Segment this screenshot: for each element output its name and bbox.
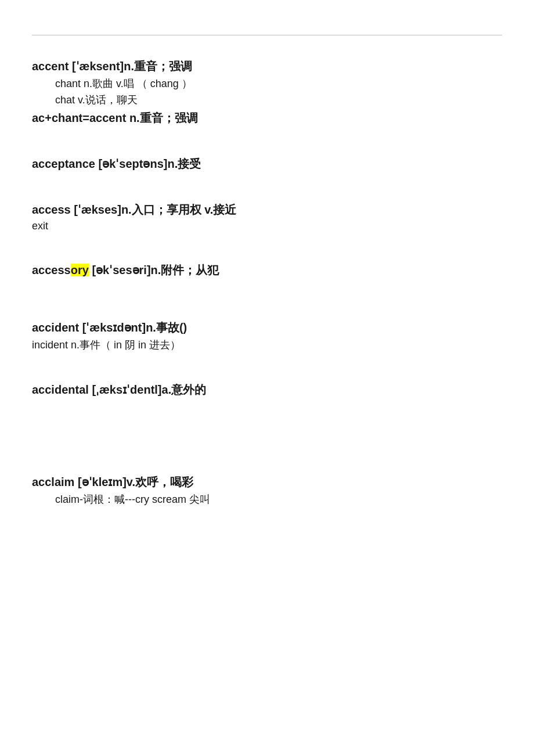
access-word: access (32, 203, 71, 216)
access-exit-line: exit (32, 220, 502, 232)
accidental-main-line: accidental [ˌæksɪˈdentl]a.意外的 (32, 382, 502, 398)
acclaim-word: acclaim (32, 476, 74, 488)
entry-accent: accent [ˈæksent]n.重音；强调 chant n.歌曲 v.唱 （… (32, 59, 502, 126)
accent-sub-chat: chat v.说话，聊天 (32, 93, 502, 107)
entry-acceptance: acceptance [əkˈseptəns]n.接受 (32, 156, 502, 172)
entry-accident: accident [ˈæksɪdənt]n.事故() incident n.事件… (32, 320, 502, 352)
accidental-definition: [ˌæksɪˈdentl]a.意外的 (89, 383, 206, 396)
entry-accessory: accessory [əkˈsesəri]n.附件；从犯 (32, 262, 502, 278)
top-divider (32, 35, 502, 35)
acclaim-sub-claim: claim-词根：喊---cry scream 尖叫 (32, 492, 502, 506)
accidental-word: accidental (32, 383, 89, 396)
accent-sub-chant: chant n.歌曲 v.唱 （ chang ） (32, 77, 502, 91)
accessory-main-line: accessory [əkˈsesəri]n.附件；从犯 (32, 262, 502, 278)
accident-main-line: accident [ˈæksɪdənt]n.事故() (32, 320, 502, 336)
accessory-highlight: ory (71, 264, 89, 276)
accent-formula-text: ac+chant=accent (32, 111, 126, 124)
entry-acclaim: acclaim [əˈkleɪm]v.欢呼，喝彩 claim-词根：喊---cr… (32, 474, 502, 506)
accident-definition: [ˈæksɪdənt]n.事故() (79, 321, 187, 334)
access-definition: [ˈækses]n.入口；享用权 v.接近 (71, 203, 237, 216)
accent-word: accent (32, 60, 68, 73)
accident-word: accident (32, 321, 79, 334)
acceptance-definition: [əkˈseptəns]n.接受 (95, 157, 201, 170)
accident-incident-line: incident n.事件（ in 阴 in 进去） (32, 338, 502, 352)
entry-accidental: accidental [ˌæksɪˈdentl]a.意外的 (32, 382, 502, 398)
entry-access: access [ˈækses]n.入口；享用权 v.接近 exit (32, 202, 502, 232)
access-main-line: access [ˈækses]n.入口；享用权 v.接近 (32, 202, 502, 218)
accent-formula: ac+chant=accent n.重音；强调 (32, 110, 502, 126)
accessory-definition: [əkˈsesəri]n.附件；从犯 (89, 264, 219, 276)
accent-formula-def: n.重音；强调 (126, 111, 197, 124)
acclaim-definition: [əˈkleɪm]v.欢呼，喝彩 (74, 476, 193, 488)
accent-main-line: accent [ˈæksent]n.重音；强调 (32, 59, 502, 74)
accessory-pre-text: access (32, 264, 71, 276)
acclaim-main-line: acclaim [əˈkleɪm]v.欢呼，喝彩 (32, 474, 502, 490)
acceptance-main-line: acceptance [əkˈseptəns]n.接受 (32, 156, 502, 172)
accent-definition: [ˈæksent]n.重音；强调 (68, 60, 192, 73)
acceptance-word: acceptance (32, 157, 95, 170)
